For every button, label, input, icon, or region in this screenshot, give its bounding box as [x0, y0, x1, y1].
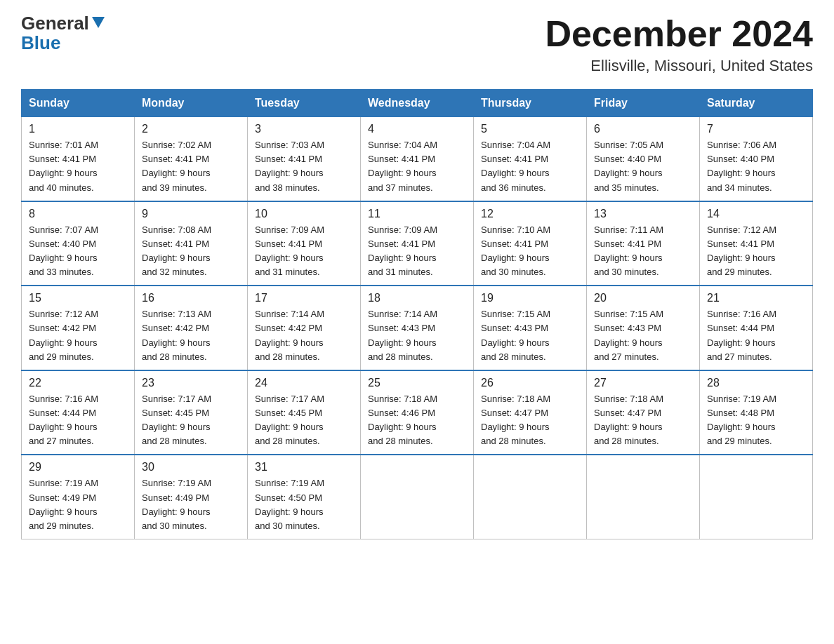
day-number: 17 [255, 292, 353, 304]
col-tuesday: Tuesday [248, 90, 361, 117]
day-number: 24 [255, 377, 353, 389]
table-row [474, 455, 587, 539]
table-row: 7Sunrise: 7:06 AMSunset: 4:40 PMDaylight… [700, 117, 813, 201]
col-monday: Monday [135, 90, 248, 117]
table-row: 8Sunrise: 7:07 AMSunset: 4:40 PMDaylight… [22, 201, 135, 286]
day-number: 25 [368, 377, 466, 389]
day-info: Sunrise: 7:16 AMSunset: 4:44 PMDaylight:… [29, 392, 127, 449]
table-row [361, 455, 474, 539]
day-number: 16 [142, 292, 240, 304]
day-info: Sunrise: 7:18 AMSunset: 4:47 PMDaylight:… [594, 392, 692, 449]
day-number: 3 [255, 123, 353, 135]
day-info: Sunrise: 7:17 AMSunset: 4:45 PMDaylight:… [142, 392, 240, 449]
day-info: Sunrise: 7:14 AMSunset: 4:43 PMDaylight:… [368, 307, 466, 364]
table-row: 11Sunrise: 7:09 AMSunset: 4:41 PMDayligh… [361, 201, 474, 286]
day-number: 13 [594, 208, 692, 220]
table-row: 10Sunrise: 7:09 AMSunset: 4:41 PMDayligh… [248, 201, 361, 286]
calendar-week-row: 29Sunrise: 7:19 AMSunset: 4:49 PMDayligh… [22, 455, 813, 539]
day-info: Sunrise: 7:13 AMSunset: 4:42 PMDaylight:… [142, 307, 240, 364]
table-row: 22Sunrise: 7:16 AMSunset: 4:44 PMDayligh… [22, 370, 135, 455]
calendar-header-row: Sunday Monday Tuesday Wednesday Thursday… [22, 90, 813, 117]
day-info: Sunrise: 7:19 AMSunset: 4:48 PMDaylight:… [707, 392, 805, 449]
title-area: December 2024 Ellisville, Missouri, Unit… [545, 14, 813, 75]
day-number: 21 [707, 292, 805, 304]
logo: General Blue [21, 14, 106, 54]
table-row: 26Sunrise: 7:18 AMSunset: 4:47 PMDayligh… [474, 370, 587, 455]
day-number: 2 [142, 123, 240, 135]
table-row: 15Sunrise: 7:12 AMSunset: 4:42 PMDayligh… [22, 286, 135, 370]
calendar-week-row: 8Sunrise: 7:07 AMSunset: 4:40 PMDaylight… [22, 201, 813, 286]
day-info: Sunrise: 7:05 AMSunset: 4:40 PMDaylight:… [594, 138, 692, 195]
col-thursday: Thursday [474, 90, 587, 117]
table-row: 23Sunrise: 7:17 AMSunset: 4:45 PMDayligh… [135, 370, 248, 455]
day-number: 14 [707, 208, 805, 220]
day-info: Sunrise: 7:16 AMSunset: 4:44 PMDaylight:… [707, 307, 805, 364]
day-info: Sunrise: 7:03 AMSunset: 4:41 PMDaylight:… [255, 138, 353, 195]
col-friday: Friday [587, 90, 700, 117]
table-row: 31Sunrise: 7:19 AMSunset: 4:50 PMDayligh… [248, 455, 361, 539]
day-number: 7 [707, 123, 805, 135]
table-row: 16Sunrise: 7:13 AMSunset: 4:42 PMDayligh… [135, 286, 248, 370]
day-info: Sunrise: 7:01 AMSunset: 4:41 PMDaylight:… [29, 138, 127, 195]
logo-general-text: General [21, 14, 89, 32]
day-info: Sunrise: 7:17 AMSunset: 4:45 PMDaylight:… [255, 392, 353, 449]
day-info: Sunrise: 7:10 AMSunset: 4:41 PMDaylight:… [481, 223, 579, 280]
col-saturday: Saturday [700, 90, 813, 117]
day-number: 30 [142, 461, 240, 474]
day-info: Sunrise: 7:02 AMSunset: 4:41 PMDaylight:… [142, 138, 240, 195]
day-number: 28 [707, 377, 805, 389]
day-info: Sunrise: 7:18 AMSunset: 4:47 PMDaylight:… [481, 392, 579, 449]
day-number: 9 [142, 208, 240, 220]
table-row: 17Sunrise: 7:14 AMSunset: 4:42 PMDayligh… [248, 286, 361, 370]
month-title: December 2024 [545, 14, 813, 54]
calendar-table: Sunday Monday Tuesday Wednesday Thursday… [21, 89, 813, 539]
day-info: Sunrise: 7:09 AMSunset: 4:41 PMDaylight:… [255, 223, 353, 280]
day-info: Sunrise: 7:11 AMSunset: 4:41 PMDaylight:… [594, 223, 692, 280]
day-info: Sunrise: 7:15 AMSunset: 4:43 PMDaylight:… [594, 307, 692, 364]
day-info: Sunrise: 7:06 AMSunset: 4:40 PMDaylight:… [707, 138, 805, 195]
day-info: Sunrise: 7:04 AMSunset: 4:41 PMDaylight:… [481, 138, 579, 195]
day-info: Sunrise: 7:15 AMSunset: 4:43 PMDaylight:… [481, 307, 579, 364]
page-header: General Blue December 2024 Ellisville, M… [21, 14, 813, 75]
table-row: 29Sunrise: 7:19 AMSunset: 4:49 PMDayligh… [22, 455, 135, 539]
day-info: Sunrise: 7:19 AMSunset: 4:50 PMDaylight:… [255, 476, 353, 533]
day-number: 12 [481, 208, 579, 220]
table-row: 6Sunrise: 7:05 AMSunset: 4:40 PMDaylight… [587, 117, 700, 201]
day-info: Sunrise: 7:08 AMSunset: 4:41 PMDaylight:… [142, 223, 240, 280]
day-number: 11 [368, 208, 466, 220]
table-row: 18Sunrise: 7:14 AMSunset: 4:43 PMDayligh… [361, 286, 474, 370]
table-row: 4Sunrise: 7:04 AMSunset: 4:41 PMDaylight… [361, 117, 474, 201]
col-wednesday: Wednesday [361, 90, 474, 117]
day-number: 19 [481, 292, 579, 304]
day-number: 27 [594, 377, 692, 389]
table-row: 5Sunrise: 7:04 AMSunset: 4:41 PMDaylight… [474, 117, 587, 201]
table-row: 30Sunrise: 7:19 AMSunset: 4:49 PMDayligh… [135, 455, 248, 539]
day-info: Sunrise: 7:19 AMSunset: 4:49 PMDaylight:… [29, 476, 127, 533]
calendar-week-row: 1Sunrise: 7:01 AMSunset: 4:41 PMDaylight… [22, 117, 813, 201]
day-info: Sunrise: 7:12 AMSunset: 4:41 PMDaylight:… [707, 223, 805, 280]
table-row: 21Sunrise: 7:16 AMSunset: 4:44 PMDayligh… [700, 286, 813, 370]
table-row: 2Sunrise: 7:02 AMSunset: 4:41 PMDaylight… [135, 117, 248, 201]
day-number: 29 [29, 461, 127, 474]
day-number: 23 [142, 377, 240, 389]
table-row: 9Sunrise: 7:08 AMSunset: 4:41 PMDaylight… [135, 201, 248, 286]
table-row: 14Sunrise: 7:12 AMSunset: 4:41 PMDayligh… [700, 201, 813, 286]
day-info: Sunrise: 7:19 AMSunset: 4:49 PMDaylight:… [142, 476, 240, 533]
table-row: 24Sunrise: 7:17 AMSunset: 4:45 PMDayligh… [248, 370, 361, 455]
day-number: 10 [255, 208, 353, 220]
table-row: 3Sunrise: 7:03 AMSunset: 4:41 PMDaylight… [248, 117, 361, 201]
day-number: 6 [594, 123, 692, 135]
day-info: Sunrise: 7:12 AMSunset: 4:42 PMDaylight:… [29, 307, 127, 364]
logo-arrow-icon [91, 14, 106, 29]
day-info: Sunrise: 7:07 AMSunset: 4:40 PMDaylight:… [29, 223, 127, 280]
day-number: 5 [481, 123, 579, 135]
table-row: 1Sunrise: 7:01 AMSunset: 4:41 PMDaylight… [22, 117, 135, 201]
table-row: 27Sunrise: 7:18 AMSunset: 4:47 PMDayligh… [587, 370, 700, 455]
table-row: 25Sunrise: 7:18 AMSunset: 4:46 PMDayligh… [361, 370, 474, 455]
day-number: 26 [481, 377, 579, 389]
calendar-week-row: 15Sunrise: 7:12 AMSunset: 4:42 PMDayligh… [22, 286, 813, 370]
day-info: Sunrise: 7:04 AMSunset: 4:41 PMDaylight:… [368, 138, 466, 195]
day-number: 15 [29, 292, 127, 304]
day-number: 4 [368, 123, 466, 135]
table-row: 28Sunrise: 7:19 AMSunset: 4:48 PMDayligh… [700, 370, 813, 455]
